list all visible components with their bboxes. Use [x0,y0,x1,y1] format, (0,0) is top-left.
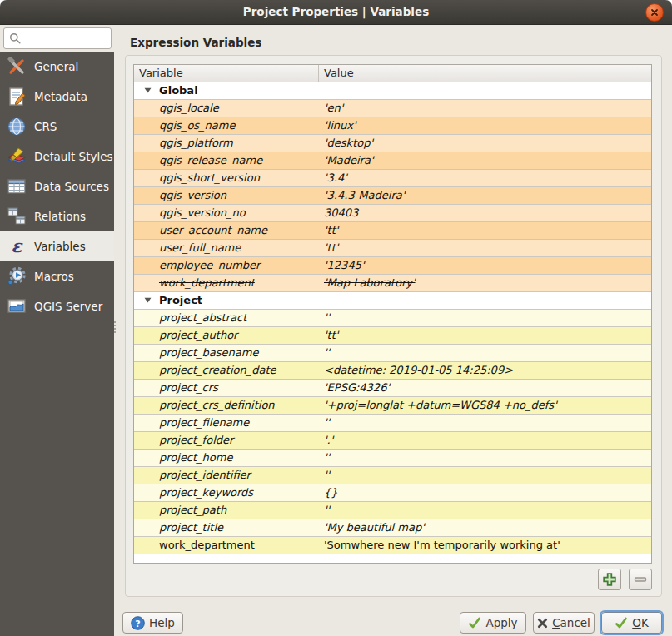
sidebar-item-label: CRS [34,120,57,133]
variable-cell: qgis_version_no [134,205,319,221]
expand-triangle-icon[interactable] [134,87,159,94]
dialog-body: GeneralMetadataCRSDefault StylesData Sou… [0,25,672,636]
value-cell: <datetime: 2019-01-05 14:25:09> [319,362,651,379]
group-row-project[interactable]: Project [134,292,651,310]
value-cell: '.' [319,432,651,449]
value-cell: '+proj=longlat +datum=WGS84 +no_defs' [319,397,651,414]
table-row[interactable]: qgis_release_name'Madeira' [134,152,651,170]
value-cell: 'tt' [319,327,651,344]
macros-icon [7,266,27,286]
button-label: OK [632,616,649,629]
sidebar-item-default-styles[interactable]: Default Styles [0,142,114,171]
data-sources-icon [7,176,27,196]
table-row[interactable]: project_basename'' [134,345,651,362]
close-button[interactable] [645,3,664,22]
value-cell: '3.4' [319,170,651,186]
window-titlebar: Project Properties | Variables [0,0,672,25]
sidebar-item-metadata[interactable]: Metadata [0,82,114,112]
sidebar-item-general[interactable]: General [0,52,114,82]
group-value-cell [319,82,651,99]
table-row[interactable]: project_creation_date<datetime: 2019-01-… [134,362,651,380]
table-row[interactable]: project_abstract'' [134,310,651,327]
table-row[interactable]: work_department'Somwhere new I'm tempora… [134,537,651,554]
search-icon [9,32,21,47]
sidebar-item-data-sources[interactable]: Data Sources [0,171,114,201]
table-row[interactable]: project_crs'EPSG:4326' [134,380,651,397]
tools-icon [7,57,27,77]
value-cell: '' [319,467,651,484]
value-cell: 'Madeira' [319,152,651,169]
project-properties-dialog: Project Properties | Variables GeneralMe… [0,0,672,636]
button-label: Cancel [552,616,590,629]
value-cell: 30403 [319,205,651,221]
table-row[interactable]: user_account_name'tt' [134,222,651,240]
sidebar-item-label: Variables [34,240,86,253]
column-header-value[interactable]: Value [319,65,651,82]
group-value-cell [319,292,651,309]
expand-triangle-icon[interactable] [134,296,159,304]
variable-cell: employee_number [134,257,319,274]
sidebar-item-macros[interactable]: Macros [0,261,114,291]
value-cell: 'Somwhere new I'm temporarily working at… [319,537,651,554]
table-row[interactable]: project_identifier'' [134,467,651,484]
value-cell: '' [319,310,651,326]
variable-cell: project_filename [134,415,319,431]
table-row[interactable]: project_crs_definition'+proj=longlat +da… [134,397,651,415]
table-row[interactable]: qgis_platform'desktop' [134,135,651,152]
variable-cell: project_path [134,502,319,519]
table-row[interactable]: user_full_name'tt' [134,240,651,257]
table-row[interactable]: project_filename'' [134,415,651,432]
server-icon [7,296,27,316]
cancel-button[interactable]: Cancel [533,612,595,634]
add-variable-button[interactable] [598,569,621,590]
x-icon [537,618,548,629]
variable-cell: work_department [134,537,319,554]
globe-icon [7,117,27,137]
value-cell: 'linux' [319,117,651,134]
value-cell: 'en' [319,100,651,117]
minus-icon [633,572,648,587]
table-row[interactable]: project_folder'.' [134,432,651,450]
settings-sidebar: GeneralMetadataCRSDefault StylesData Sou… [0,52,114,636]
table-row[interactable]: qgis_os_name'linux' [134,117,651,135]
table-row[interactable]: qgis_version'3.4.3-Madeira' [134,187,651,205]
check-icon [468,616,481,629]
table-row[interactable]: qgis_version_no30403 [134,205,651,222]
column-header-variable[interactable]: Variable [134,65,319,82]
table-header: Variable Value [134,65,651,82]
table-row[interactable]: work_department'Map Laboratory' [134,275,651,292]
sidebar-item-qgis-server[interactable]: QGIS Server [0,291,114,321]
table-row[interactable]: project_keywords{} [134,484,651,502]
help-button[interactable]: ?Help [122,612,183,634]
sidebar-item-crs[interactable]: CRS [0,112,114,142]
table-row[interactable]: project_title'My beautiful map' [134,519,651,537]
table-row[interactable]: project_path'' [134,502,651,519]
table-row[interactable]: project_home'' [134,450,651,467]
sidebar-item-variables[interactable]: εVariables [0,231,114,261]
epsilon-icon: ε [7,236,27,256]
help-icon: ? [131,616,145,630]
table-row[interactable]: project_author'tt' [134,327,651,345]
variable-cell: user_full_name [134,240,319,256]
sidebar-item-label: Macros [34,270,74,283]
variable-cell: project_author [134,327,319,344]
sidebar-item-relations[interactable]: Relations [0,201,114,231]
group-label: Project [134,292,319,309]
variable-cell: project_crs [134,380,319,396]
group-row-global[interactable]: Global [134,82,651,100]
table-row[interactable]: qgis_locale'en' [134,100,651,117]
variable-cell: project_basename [134,345,319,361]
remove-variable-button[interactable] [629,569,652,590]
table-row[interactable]: employee_number'12345' [134,257,651,275]
variable-cell: work_department [134,275,319,291]
button-label: Help [149,616,175,629]
ok-button[interactable]: OK [601,612,662,634]
table-row[interactable]: qgis_short_version'3.4' [134,170,651,187]
apply-button[interactable]: Apply [460,612,526,634]
sidebar-item-label: Default Styles [34,150,113,163]
splitter-handle[interactable] [113,321,116,336]
variables-table: Variable Value Globalqgis_locale'en'qgis… [133,64,652,564]
window-title: Project Properties | Variables [0,0,672,24]
value-cell: 'Map Laboratory' [319,275,651,291]
variable-cell: project_title [134,519,319,536]
